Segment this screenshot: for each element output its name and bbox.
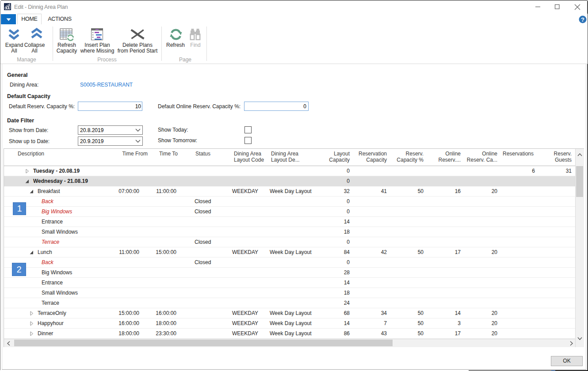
svg-text:?: ? [581, 16, 584, 23]
